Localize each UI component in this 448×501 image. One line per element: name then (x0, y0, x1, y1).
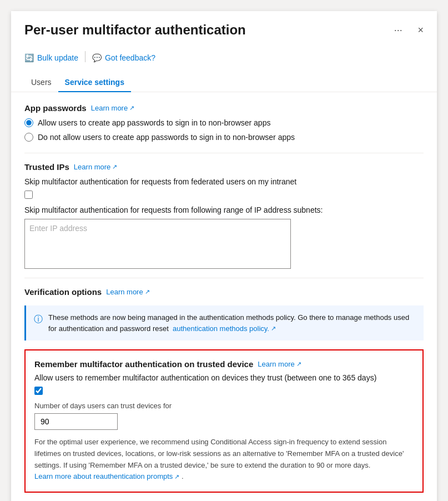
divider-2 (24, 278, 424, 278)
policy-link-external-icon: ↗ (271, 324, 276, 333)
trusted-ips-learn-more[interactable]: Learn more ↗ (74, 163, 117, 171)
trusted-ips-section-title: Trusted IPs Learn more ↗ (24, 162, 424, 172)
panel-header: Per-user multifactor authentication ··· … (11, 11, 437, 92)
app-passwords-learn-more[interactable]: Learn more ↗ (91, 104, 134, 112)
toolbar: 🔄 Bulk update 💬 Got feedback? (24, 46, 424, 68)
auth-methods-policy-link[interactable]: authentication methods policy. ↗ (173, 323, 276, 334)
tab-service-settings[interactable]: Service settings (58, 73, 131, 92)
info-icon: ⓘ (34, 313, 43, 334)
allow-app-passwords-option[interactable]: Allow users to create app passwords to s… (24, 118, 424, 127)
verification-info-box: ⓘ These methods are now being managed in… (24, 305, 424, 340)
allow-remember-label: Allow users to remember multifactor auth… (34, 373, 414, 382)
panel: Per-user multifactor authentication ··· … (11, 11, 437, 501)
disallow-app-passwords-option[interactable]: Do not allow users to create app passwor… (24, 133, 424, 142)
remember-mfa-learn-more[interactable]: Learn more ↗ (258, 360, 301, 368)
remember-mfa-note: For the optimal user experience, we reco… (34, 437, 414, 483)
divider-1 (24, 153, 424, 153)
app-passwords-section-title: App passwords Learn more ↗ (24, 103, 424, 113)
reauthentication-learn-more-link[interactable]: Learn more about reauthentication prompt… (34, 471, 179, 483)
feedback-button[interactable]: 💬 Got feedback? (92, 50, 162, 68)
bulk-update-button[interactable]: 🔄 Bulk update (24, 50, 85, 68)
days-label: Number of days users can trust devices f… (34, 402, 414, 410)
federated-checkbox[interactable] (24, 191, 33, 199)
tabs: Users Service settings (24, 73, 424, 92)
content: App passwords Learn more ↗ Allow users t… (11, 92, 437, 501)
more-options-icon[interactable]: ··· (394, 24, 402, 36)
title-row: Per-user multifactor authentication ··· … (24, 22, 424, 38)
page-title: Per-user multifactor authentication (24, 22, 246, 38)
remember-mfa-section: Remember multifactor authentication on t… (24, 349, 424, 493)
remember-mfa-external-link-icon: ↗ (296, 360, 301, 368)
feedback-icon: 💬 (92, 53, 102, 62)
allow-remember-checkbox[interactable] (34, 387, 43, 395)
bulk-update-icon: 🔄 (24, 53, 34, 62)
remember-mfa-title: Remember multifactor authentication on t… (34, 359, 414, 369)
days-input[interactable] (34, 413, 118, 430)
ip-address-input[interactable] (24, 219, 291, 269)
federated-users-label: Skip multifactor authentication for requ… (24, 177, 424, 186)
reauth-external-link-icon: ↗ (174, 472, 179, 482)
verification-options-section-title: Verification options Learn more ↗ (24, 287, 424, 297)
verification-external-link-icon: ↗ (145, 288, 150, 295)
toolbar-separator (85, 51, 85, 62)
federated-checkbox-label[interactable] (24, 191, 424, 199)
verification-options-learn-more[interactable]: Learn more ↗ (106, 288, 149, 296)
allow-remember-checkbox-label[interactable] (34, 387, 414, 395)
disallow-radio[interactable] (24, 133, 33, 142)
ip-range-label: Skip multifactor authentication for requ… (24, 206, 424, 214)
close-button[interactable]: × (417, 24, 424, 36)
app-passwords-radio-group: Allow users to create app passwords to s… (24, 118, 424, 142)
title-actions: ··· × (394, 24, 424, 36)
allow-radio[interactable] (24, 118, 33, 127)
tab-users[interactable]: Users (24, 73, 58, 92)
external-link-icon: ↗ (129, 104, 134, 112)
trusted-ips-external-link-icon: ↗ (112, 163, 117, 171)
